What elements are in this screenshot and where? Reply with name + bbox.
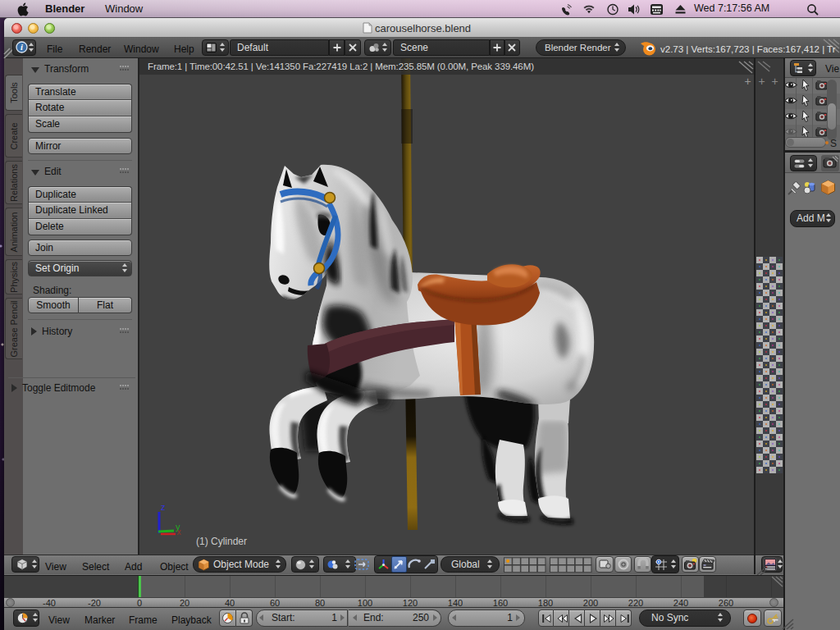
svg-text:z: z [161, 502, 166, 512]
svg-text:i: i [21, 43, 23, 52]
svg-text:x: x [177, 527, 181, 536]
